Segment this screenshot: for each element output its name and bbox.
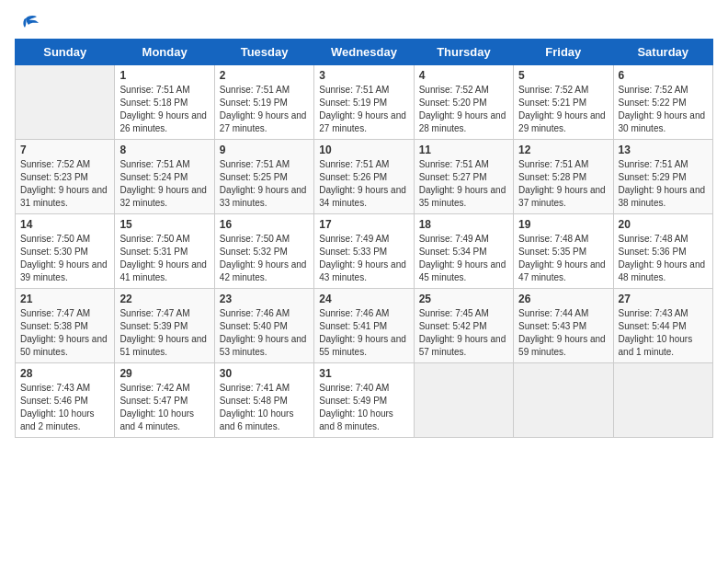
day-number: 4 [419,69,508,82]
day-number: 19 [518,218,608,231]
calendar-cell: 4Sunrise: 7:52 AMSunset: 5:20 PMDaylight… [414,65,513,140]
day-header-thursday: Thursday [414,40,513,65]
day-number: 14 [20,218,109,231]
cell-details: Sunrise: 7:40 AMSunset: 5:49 PMDaylight:… [319,382,408,433]
week-row-4: 21Sunrise: 7:47 AMSunset: 5:38 PMDayligh… [16,289,713,363]
day-number: 5 [518,69,608,82]
day-number: 29 [119,367,209,380]
calendar-cell: 9Sunrise: 7:51 AMSunset: 5:25 PMDaylight… [214,140,313,214]
cell-details: Sunrise: 7:48 AMSunset: 5:35 PMDaylight:… [518,233,608,284]
calendar-cell: 16Sunrise: 7:50 AMSunset: 5:32 PMDayligh… [214,214,313,289]
day-number: 20 [619,218,708,231]
cell-details: Sunrise: 7:50 AMSunset: 5:32 PMDaylight:… [220,233,309,284]
calendar-cell: 26Sunrise: 7:44 AMSunset: 5:43 PMDayligh… [514,289,613,363]
day-header-monday: Monday [115,40,214,65]
calendar-cell: 22Sunrise: 7:47 AMSunset: 5:39 PMDayligh… [115,289,214,363]
cell-details: Sunrise: 7:51 AMSunset: 5:26 PMDaylight:… [319,158,408,210]
cell-details: Sunrise: 7:49 AMSunset: 5:33 PMDaylight:… [319,233,408,284]
calendar-cell: 28Sunrise: 7:43 AMSunset: 5:46 PMDayligh… [16,363,115,438]
calendar-cell: 12Sunrise: 7:51 AMSunset: 5:28 PMDayligh… [514,140,613,214]
cell-details: Sunrise: 7:52 AMSunset: 5:21 PMDaylight:… [518,84,608,135]
calendar-cell: 18Sunrise: 7:49 AMSunset: 5:34 PMDayligh… [414,214,513,289]
cell-details: Sunrise: 7:43 AMSunset: 5:44 PMDaylight:… [619,307,708,359]
cell-details: Sunrise: 7:51 AMSunset: 5:28 PMDaylight:… [518,158,608,210]
calendar-cell: 5Sunrise: 7:52 AMSunset: 5:21 PMDaylight… [514,65,613,140]
week-row-5: 28Sunrise: 7:43 AMSunset: 5:46 PMDayligh… [16,363,713,438]
day-number: 10 [319,144,408,156]
day-header-tuesday: Tuesday [214,40,313,65]
page-header [15,15,713,31]
calendar-cell: 15Sunrise: 7:50 AMSunset: 5:31 PMDayligh… [115,214,214,289]
cell-details: Sunrise: 7:46 AMSunset: 5:40 PMDaylight:… [220,307,309,359]
day-number: 15 [119,218,209,231]
week-row-3: 14Sunrise: 7:50 AMSunset: 5:30 PMDayligh… [16,214,713,289]
cell-details: Sunrise: 7:50 AMSunset: 5:30 PMDaylight:… [20,233,109,284]
day-number: 25 [419,293,508,305]
calendar-cell: 19Sunrise: 7:48 AMSunset: 5:35 PMDayligh… [514,214,613,289]
calendar-cell: 2Sunrise: 7:51 AMSunset: 5:19 PMDaylight… [214,65,313,140]
day-number: 9 [220,144,309,156]
calendar-header-row: SundayMondayTuesdayWednesdayThursdayFrid… [16,40,713,65]
day-number: 30 [220,367,309,380]
cell-details: Sunrise: 7:52 AMSunset: 5:22 PMDaylight:… [619,84,708,135]
calendar-cell: 6Sunrise: 7:52 AMSunset: 5:22 PMDaylight… [613,65,712,140]
calendar-cell: 13Sunrise: 7:51 AMSunset: 5:29 PMDayligh… [613,140,712,214]
logo-bird-icon [18,15,39,33]
cell-details: Sunrise: 7:51 AMSunset: 5:19 PMDaylight:… [319,84,408,135]
cell-details: Sunrise: 7:42 AMSunset: 5:47 PMDaylight:… [119,382,209,433]
calendar-cell: 29Sunrise: 7:42 AMSunset: 5:47 PMDayligh… [115,363,214,438]
calendar-cell: 23Sunrise: 7:46 AMSunset: 5:40 PMDayligh… [214,289,313,363]
day-number: 21 [20,293,109,305]
calendar-cell: 24Sunrise: 7:46 AMSunset: 5:41 PMDayligh… [314,289,414,363]
calendar-cell: 30Sunrise: 7:41 AMSunset: 5:48 PMDayligh… [214,363,313,438]
day-number: 11 [419,144,508,156]
cell-details: Sunrise: 7:46 AMSunset: 5:41 PMDaylight:… [319,307,408,359]
calendar-cell: 25Sunrise: 7:45 AMSunset: 5:42 PMDayligh… [414,289,513,363]
cell-details: Sunrise: 7:52 AMSunset: 5:20 PMDaylight:… [419,84,508,135]
cell-details: Sunrise: 7:49 AMSunset: 5:34 PMDaylight:… [419,233,508,284]
calendar-cell: 17Sunrise: 7:49 AMSunset: 5:33 PMDayligh… [314,214,414,289]
day-number: 18 [419,218,508,231]
cell-details: Sunrise: 7:51 AMSunset: 5:27 PMDaylight:… [419,158,508,210]
calendar-cell: 20Sunrise: 7:48 AMSunset: 5:36 PMDayligh… [613,214,712,289]
cell-details: Sunrise: 7:51 AMSunset: 5:29 PMDaylight:… [619,158,708,210]
cell-details: Sunrise: 7:50 AMSunset: 5:31 PMDaylight:… [119,233,209,284]
day-number: 2 [220,69,309,82]
day-number: 23 [220,293,309,305]
calendar-cell: 31Sunrise: 7:40 AMSunset: 5:49 PMDayligh… [314,363,414,438]
calendar-cell: 7Sunrise: 7:52 AMSunset: 5:23 PMDaylight… [16,140,115,214]
calendar-cell [414,363,513,438]
calendar-cell: 14Sunrise: 7:50 AMSunset: 5:30 PMDayligh… [16,214,115,289]
calendar-table: SundayMondayTuesdayWednesdayThursdayFrid… [15,39,713,438]
calendar-cell: 1Sunrise: 7:51 AMSunset: 5:18 PMDaylight… [115,65,214,140]
day-number: 31 [319,367,408,380]
day-number: 3 [319,69,408,82]
day-number: 12 [518,144,608,156]
cell-details: Sunrise: 7:47 AMSunset: 5:38 PMDaylight:… [20,307,109,359]
cell-details: Sunrise: 7:47 AMSunset: 5:39 PMDaylight:… [119,307,209,359]
cell-details: Sunrise: 7:43 AMSunset: 5:46 PMDaylight:… [20,382,109,433]
day-number: 28 [20,367,109,380]
calendar-cell: 21Sunrise: 7:47 AMSunset: 5:38 PMDayligh… [16,289,115,363]
cell-details: Sunrise: 7:45 AMSunset: 5:42 PMDaylight:… [419,307,508,359]
day-number: 16 [220,218,309,231]
day-number: 1 [119,69,209,82]
day-number: 27 [619,293,708,305]
cell-details: Sunrise: 7:44 AMSunset: 5:43 PMDaylight:… [518,307,608,359]
day-number: 7 [20,144,109,156]
week-row-1: 1Sunrise: 7:51 AMSunset: 5:18 PMDaylight… [16,65,713,140]
calendar-cell: 3Sunrise: 7:51 AMSunset: 5:19 PMDaylight… [314,65,414,140]
day-number: 6 [619,69,708,82]
cell-details: Sunrise: 7:51 AMSunset: 5:18 PMDaylight:… [119,84,209,135]
day-header-friday: Friday [514,40,613,65]
calendar-cell: 10Sunrise: 7:51 AMSunset: 5:26 PMDayligh… [314,140,414,214]
calendar-cell [613,363,712,438]
day-header-saturday: Saturday [613,40,712,65]
day-number: 8 [119,144,209,156]
calendar-cell: 11Sunrise: 7:51 AMSunset: 5:27 PMDayligh… [414,140,513,214]
week-row-2: 7Sunrise: 7:52 AMSunset: 5:23 PMDaylight… [16,140,713,214]
day-header-sunday: Sunday [16,40,115,65]
calendar-cell [16,65,115,140]
day-header-wednesday: Wednesday [314,40,414,65]
cell-details: Sunrise: 7:51 AMSunset: 5:25 PMDaylight:… [220,158,309,210]
